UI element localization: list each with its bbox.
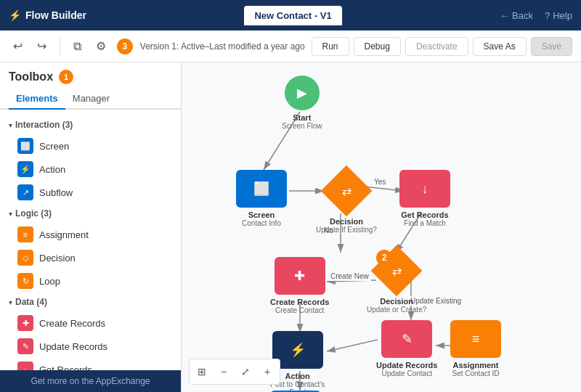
help-label: Help [553, 10, 572, 21]
screen1-node[interactable]: ⬜ Screen Contact Info [236, 170, 287, 227]
tab-manager[interactable]: Manager [65, 89, 117, 110]
help-icon: ? [545, 10, 550, 21]
sidebar-badge: 1 [59, 70, 73, 84]
decision1-diamond: ⇄ [321, 166, 373, 217]
undo-button[interactable]: ↩ [9, 36, 27, 56]
data-label: Data (4) [15, 297, 47, 307]
section-data[interactable]: ▾ Data (4) [0, 293, 181, 311]
decision1-node[interactable]: ⇄ Decision Update If Existing? [316, 168, 377, 234]
nav-left: ⚡ Flow Builder [9, 9, 86, 21]
assignment-icon: ≡ [17, 226, 33, 242]
toolbar-actions: Run Debug Deactivate Save As Save [312, 37, 572, 56]
sidebar-item-action[interactable]: ⚡ Action [0, 158, 181, 181]
sidebar-item-subflow[interactable]: ↗ Subflow [0, 181, 181, 204]
start-circle: ▶ [285, 75, 320, 110]
back-button[interactable]: ← Back [500, 10, 533, 21]
toolbar: ↩ ↪ ⧉ ⚙ 3 Version 1: Active–Last modifie… [0, 30, 581, 62]
sidebar-item-update-records[interactable]: ✎ Update Records [0, 335, 181, 358]
update-records-rect: ✎ [381, 320, 432, 358]
subflow-icon: ↗ [17, 184, 33, 200]
create-records-label: Create Records [39, 318, 105, 329]
chevron-down-icon-data: ▾ [9, 298, 12, 306]
brand-label: Flow Builder [25, 9, 86, 21]
assignment-node[interactable]: ≡ Assignment Set Contact ID [450, 320, 501, 377]
get-records-node[interactable]: ↓ Get Records Find a Match [399, 170, 450, 227]
logic-label: Logic (3) [15, 208, 52, 219]
sidebar-item-screen[interactable]: ⬜ Screen [0, 134, 181, 158]
top-navigation: ⚡ Flow Builder New Contact - V1 ← Back ?… [0, 0, 581, 30]
chevron-down-icon: ▾ [9, 121, 12, 129]
section-logic[interactable]: ▾ Logic (3) [0, 204, 181, 223]
back-icon: ← [500, 10, 509, 21]
svg-line-8 [327, 340, 378, 351]
assignment-label: Assignment [453, 361, 499, 369]
create-records-sublabel: Create Contact [275, 306, 324, 314]
section-interaction[interactable]: ▾ Interaction (3) [0, 115, 181, 134]
back-label: Back [512, 10, 533, 21]
save-button[interactable]: Save [531, 37, 572, 56]
action-icon: ⚡ [17, 161, 33, 177]
grid-button[interactable]: ⊞ [192, 362, 211, 381]
update-records-label: Update Records [376, 361, 437, 369]
decision2-sublabel: Update or Create? [367, 306, 426, 314]
get-records-label: Get Records [401, 211, 448, 219]
sidebar-content: ▾ Interaction (3) ⬜ Screen ⚡ Action ↗ Su… [0, 110, 181, 370]
start-label: Start [293, 113, 311, 122]
sidebar-item-create-records[interactable]: ✚ Create Records [0, 311, 181, 335]
save-as-button[interactable]: Save As [473, 37, 527, 56]
tab-elements[interactable]: Elements [9, 89, 65, 110]
action-label: Action [39, 164, 65, 175]
create-records-node[interactable]: ✚ Create Records Create Contact [270, 257, 329, 314]
current-tab[interactable]: New Contact - V1 [244, 6, 341, 25]
deactivate-button[interactable]: Deactivate [405, 37, 468, 56]
assignment-label: Assignment [39, 229, 89, 240]
get-records-sublabel: Find a Match [404, 219, 446, 227]
loop-label: Loop [39, 276, 60, 287]
zoom-out-button[interactable]: − [214, 362, 233, 381]
edge-label-create-new: Create New [328, 271, 371, 281]
run-button[interactable]: Run [312, 37, 349, 56]
redo-button[interactable]: ↪ [33, 36, 51, 56]
create-records-icon: ✚ [17, 315, 33, 331]
subflow-label: Subflow [39, 187, 73, 198]
help-button[interactable]: ? Help [545, 10, 572, 21]
screen1-label: Screen [248, 211, 275, 219]
action-label: Action [285, 372, 310, 380]
appexchange-link[interactable]: Get more on the AppExchange [0, 370, 181, 392]
update-records-node[interactable]: ✎ Update Records Update Contact [376, 320, 437, 377]
sidebar-item-loop[interactable]: ↻ Loop [0, 269, 181, 293]
copy-button[interactable]: ⧉ [69, 37, 86, 56]
decision-icon: ◇ [17, 250, 33, 266]
sidebar-item-get-records[interactable]: ↓ Get Records [0, 358, 181, 370]
screen1-sublabel: Contact Info [242, 219, 281, 227]
loop-icon: ↻ [17, 273, 33, 289]
debug-button[interactable]: Debug [354, 37, 401, 56]
update-records-icon: ✎ [17, 338, 33, 354]
decision2-label: Decision [380, 297, 413, 306]
sidebar-item-decision[interactable]: ◇ Decision [0, 246, 181, 269]
sidebar-item-assignment[interactable]: ≡ Assignment [0, 223, 181, 246]
app-brand: ⚡ Flow Builder [9, 9, 86, 21]
settings-button[interactable]: ⚙ [92, 36, 110, 56]
divider [60, 38, 60, 55]
toolbar-center: 3 Version 1: Active–Last modified a year… [116, 38, 306, 54]
zoom-in-button[interactable]: + [258, 362, 277, 381]
sidebar: Toolbox 1 Elements Manager ▾ Interaction… [0, 62, 182, 392]
assignment-sublabel: Set Contact ID [452, 369, 499, 377]
screen1-rect: ⬜ [236, 170, 287, 208]
start-node[interactable]: ▶ Start Screen Flow [282, 75, 322, 130]
canvas-toolbar: ⊞ − ⤢ + [189, 359, 280, 385]
create-records-rect: ✚ [275, 257, 325, 295]
screen-icon: ⬜ [17, 138, 33, 154]
version-text: Version 1: Active–Last modified a year a… [140, 41, 305, 52]
update-records-sublabel: Update Contact [381, 369, 432, 377]
sidebar-header: Toolbox 1 [0, 62, 181, 89]
nav-right: ← Back ? Help [500, 10, 572, 21]
canvas[interactable]: 2 [182, 62, 581, 392]
assignment-rect: ≡ [450, 320, 501, 358]
decision1-label: Decision [330, 217, 363, 226]
decision-label: Decision [39, 253, 76, 264]
screen-label: Screen [39, 141, 69, 152]
zoom-fit-button[interactable]: ⤢ [236, 362, 255, 381]
canvas-badge-2: 2 [376, 250, 392, 266]
